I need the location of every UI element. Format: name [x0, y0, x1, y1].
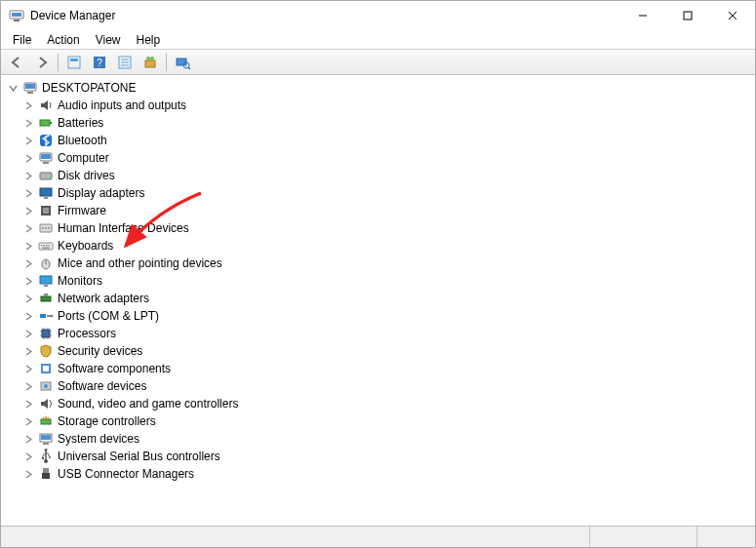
usb-icon — [38, 449, 54, 464]
svg-rect-42 — [44, 245, 46, 247]
chevron-right-icon[interactable] — [22, 222, 34, 234]
menu-help[interactable]: Help — [129, 31, 169, 49]
network-icon — [38, 291, 54, 306]
firmware-icon — [38, 203, 54, 218]
statusbar — [1, 526, 755, 547]
chevron-right-icon[interactable] — [22, 275, 34, 287]
tree-item[interactable]: Storage controllers — [1, 412, 755, 430]
tree-item[interactable]: Firmware — [1, 202, 755, 219]
tree-item[interactable]: Keyboards — [1, 237, 755, 254]
toolbar: ? — [1, 50, 755, 75]
chevron-right-icon[interactable] — [22, 345, 34, 357]
tree-item-label: Disk drives — [58, 169, 115, 182]
tree-item-label: Monitors — [58, 274, 102, 288]
chevron-down-icon[interactable] — [7, 82, 19, 94]
tree-item[interactable]: Network adapters — [1, 290, 755, 307]
system-icon — [38, 431, 54, 447]
tree-item-label: Universal Serial Bus controllers — [58, 450, 220, 463]
menu-file[interactable]: File — [5, 31, 39, 49]
tree-item[interactable]: Audio inputs and outputs — [1, 97, 755, 114]
properties-button[interactable] — [113, 52, 137, 73]
help-button[interactable]: ? — [88, 52, 111, 73]
tree-item[interactable]: Human Interface Devices — [1, 219, 755, 237]
tree-item[interactable]: Software components — [1, 360, 755, 377]
chevron-right-icon[interactable] — [22, 293, 34, 304]
device-tree[interactable]: DESKTOPATONE Audio inputs and outputsBat… — [1, 75, 755, 520]
svg-point-71 — [44, 459, 48, 463]
svg-rect-7 — [68, 57, 80, 68]
chevron-right-icon[interactable] — [22, 117, 34, 129]
chevron-right-icon[interactable] — [22, 310, 34, 322]
svg-point-38 — [45, 227, 47, 229]
chevron-right-icon[interactable] — [22, 468, 34, 480]
chevron-right-icon[interactable] — [22, 99, 34, 111]
chevron-right-icon[interactable] — [22, 433, 34, 445]
back-button[interactable] — [5, 52, 28, 73]
svg-rect-22 — [25, 84, 35, 89]
swdev-icon — [38, 378, 54, 394]
chevron-right-icon[interactable] — [22, 135, 34, 146]
chevron-right-icon[interactable] — [22, 187, 34, 199]
tree-item[interactable]: Display adapters — [1, 184, 755, 202]
tree-item[interactable]: Security devices — [1, 342, 755, 360]
minimize-button[interactable] — [620, 1, 665, 30]
statusbar-cell — [696, 527, 755, 547]
tree-item[interactable]: Disk drives — [1, 167, 755, 184]
chevron-right-icon[interactable] — [22, 415, 34, 427]
monitor-icon — [38, 273, 54, 289]
forward-button[interactable] — [30, 52, 54, 73]
tree-root[interactable]: DESKTOPATONE — [1, 79, 755, 97]
chevron-right-icon[interactable] — [22, 380, 34, 392]
update-driver-button[interactable] — [139, 52, 162, 73]
tree-item[interactable]: Bluetooth — [1, 132, 755, 149]
tree-item-label: Audio inputs and outputs — [58, 98, 186, 112]
svg-rect-8 — [70, 59, 78, 61]
tree-item[interactable]: Computer — [1, 149, 755, 167]
tree-item[interactable]: Monitors — [1, 272, 755, 290]
tree-root-label: DESKTOPATONE — [42, 81, 136, 95]
chevron-right-icon[interactable] — [22, 450, 34, 462]
chevron-right-icon[interactable] — [22, 257, 34, 269]
tree-item[interactable]: Batteries — [1, 114, 755, 132]
tree-item-label: Sound, video and game controllers — [58, 397, 238, 411]
tree-item-label: Keyboards — [58, 239, 113, 253]
svg-rect-69 — [41, 435, 51, 440]
svg-rect-52 — [40, 314, 46, 318]
svg-rect-2 — [14, 20, 20, 21]
chevron-right-icon[interactable] — [22, 363, 34, 374]
tree-item[interactable]: Ports (COM & LPT) — [1, 307, 755, 325]
computer-icon — [22, 80, 38, 96]
tree-item-label: Software devices — [58, 379, 146, 393]
svg-point-17 — [150, 57, 154, 60]
chevron-right-icon[interactable] — [22, 170, 34, 181]
chevron-right-icon[interactable] — [22, 328, 34, 339]
tree-item-label: Network adapters — [58, 292, 149, 305]
maximize-button[interactable] — [665, 1, 710, 30]
tree-item[interactable]: Sound, video and game controllers — [1, 395, 755, 412]
chevron-right-icon[interactable] — [22, 205, 34, 216]
svg-rect-49 — [44, 285, 48, 287]
chevron-right-icon[interactable] — [22, 398, 34, 410]
tree-item[interactable]: System devices — [1, 430, 755, 448]
tree-item-label: USB Connector Managers — [58, 467, 194, 481]
tree-item[interactable]: Universal Serial Bus controllers — [1, 448, 755, 465]
chevron-right-icon[interactable] — [22, 240, 34, 252]
close-button[interactable] — [710, 1, 755, 30]
tree-item[interactable]: Software devices — [1, 377, 755, 395]
show-hidden-button[interactable] — [62, 52, 86, 73]
menu-view[interactable]: View — [88, 31, 129, 49]
tree-item[interactable]: USB Connector Managers — [1, 465, 755, 483]
tree-item-label: Computer — [58, 151, 109, 165]
tree-item[interactable]: Mice and other pointing devices — [1, 254, 755, 272]
chevron-right-icon[interactable] — [22, 152, 34, 164]
svg-point-39 — [48, 227, 50, 229]
svg-rect-41 — [41, 245, 43, 247]
tree-item-label: Storage controllers — [58, 414, 156, 428]
menu-action[interactable]: Action — [39, 31, 87, 49]
tree-item-label: Batteries — [58, 116, 103, 130]
svg-rect-24 — [40, 120, 50, 126]
window-title: Device Manager — [30, 9, 115, 22]
tree-item[interactable]: Processors — [1, 325, 755, 342]
window-controls — [620, 1, 755, 30]
scan-hardware-button[interactable] — [171, 52, 194, 73]
